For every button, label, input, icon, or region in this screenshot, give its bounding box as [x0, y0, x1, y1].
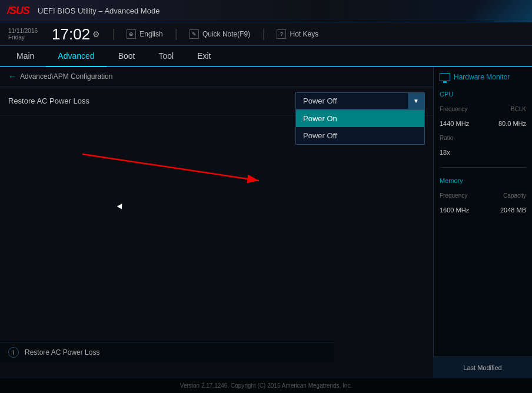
nav-main[interactable]: Main: [5, 46, 46, 66]
mem-freq-label: Frequency: [440, 192, 467, 199]
restore-ac-value[interactable]: Power Off ▼ Power On Power Off: [295, 92, 425, 109]
nav-exit[interactable]: Exit: [185, 46, 222, 66]
cpu-ratio-value: 18x: [440, 149, 450, 156]
divider: [440, 167, 526, 168]
power-loss-dropdown[interactable]: Power Off ▼: [295, 92, 425, 109]
bottom-bar: Version 2.17.1246. Copyright (C) 2015 Am…: [0, 378, 532, 393]
last-modified-button[interactable]: Last Modified: [433, 357, 532, 378]
cpu-ratio-value-row: 18x: [440, 149, 526, 156]
cpu-ratio-label-row: Ratio: [440, 135, 526, 141]
option-power-on[interactable]: Power On: [296, 110, 424, 127]
breadcrumb[interactable]: ← Advanced\APM Configuration: [0, 67, 433, 86]
mem-cap-value: 2048 MB: [500, 207, 526, 214]
restore-ac-power-row: Restore AC Power Loss Power Off ▼ Power …: [0, 86, 433, 116]
cpu-ratio-label: Ratio: [440, 135, 453, 141]
title-text: UEFI BIOS Utility – Advanced Mode: [38, 6, 159, 15]
hot-keys-item[interactable]: ? Hot Keys: [277, 29, 318, 39]
info-icon: i: [8, 347, 19, 358]
separator2: |: [175, 27, 178, 41]
dropdown-arrow-icon: ▼: [408, 93, 424, 109]
hardware-monitor-panel: Hardware Monitor CPU Frequency BCLK 1440…: [433, 67, 532, 378]
cpu-bclk-label: BCLK: [511, 106, 526, 112]
nav-tool[interactable]: Tool: [147, 46, 185, 66]
nav-advanced[interactable]: Advanced: [46, 46, 106, 67]
note-icon: ✎: [189, 29, 199, 39]
status-text: Restore AC Power Loss: [25, 348, 99, 357]
settings-area: Restore AC Power Loss Power Off ▼ Power …: [0, 86, 433, 378]
separator3: |: [262, 27, 265, 41]
monitor-icon: [440, 73, 450, 81]
back-arrow-icon[interactable]: ←: [8, 72, 16, 81]
clock: 17:02 ⚙: [52, 26, 100, 42]
nav-boot[interactable]: Boot: [107, 46, 147, 66]
separator: |: [112, 27, 115, 41]
hardware-monitor-title: Hardware Monitor: [440, 73, 526, 81]
cpu-bclk-value: 80.0 MHz: [498, 120, 526, 127]
nav-bar: Main Advanced Boot Tool Exit: [0, 46, 532, 67]
globe-icon: ⊕: [127, 29, 136, 39]
mem-freq-row: Frequency Capacity: [440, 192, 526, 199]
quick-note-item[interactable]: ✎ Quick Note(F9): [189, 29, 250, 39]
gear-icon[interactable]: ⚙: [92, 30, 100, 38]
datetime: 11/11/2016 Friday: [8, 28, 38, 41]
mem-freq-value: 1600 MHz: [440, 207, 469, 214]
cpu-freq-value: 1440 MHz: [440, 120, 469, 127]
mem-cap-label: Capacity: [503, 192, 526, 199]
asus-logo: /SUS: [7, 5, 29, 17]
memory-section-title: Memory: [440, 177, 526, 184]
main-layout: ← Advanced\APM Configuration Restore AC …: [0, 67, 532, 378]
title-bar: /SUS UEFI BIOS Utility – Advanced Mode: [0, 0, 532, 22]
cpu-freq-value-row: 1440 MHz 80.0 MHz: [440, 120, 526, 127]
language-item[interactable]: ⊕ English: [127, 29, 162, 39]
hotkeys-icon: ?: [277, 29, 286, 39]
breadcrumb-path: Advanced\APM Configuration: [20, 72, 112, 81]
mem-freq-value-row: 1600 MHz 2048 MB: [440, 207, 526, 214]
version-text: Version 2.17.1246. Copyright (C) 2015 Am…: [180, 382, 352, 389]
option-power-off[interactable]: Power Off: [296, 127, 424, 144]
dropdown-menu: Power On Power Off: [295, 109, 425, 145]
cpu-section-title: CPU: [440, 91, 526, 98]
content-area: ← Advanced\APM Configuration Restore AC …: [0, 67, 433, 378]
dropdown-selected-text: Power Off: [303, 96, 337, 105]
restore-ac-label: Restore AC Power Loss: [8, 96, 295, 105]
cpu-freq-row: Frequency BCLK: [440, 106, 526, 112]
cpu-freq-label: Frequency: [440, 106, 467, 112]
status-bar: i Restore AC Power Loss: [0, 342, 334, 362]
info-bar: 11/11/2016 Friday 17:02 ⚙ | ⊕ English | …: [0, 22, 532, 46]
